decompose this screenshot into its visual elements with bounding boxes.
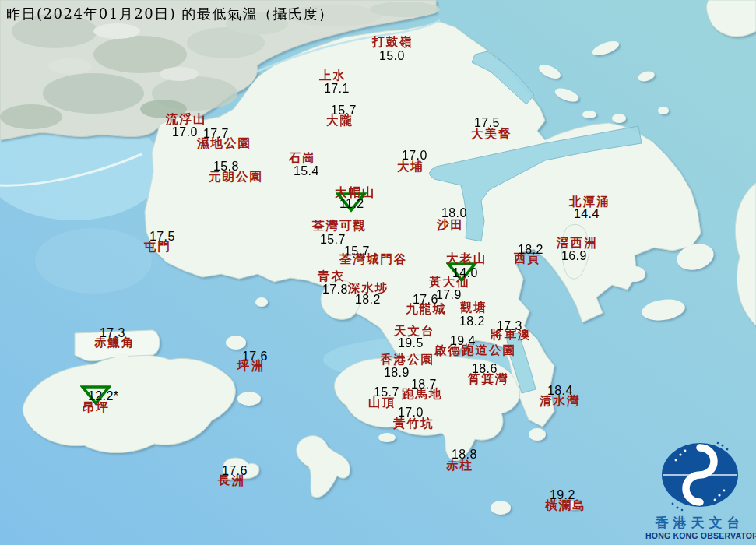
station-temp: 17.6 [222, 465, 248, 477]
hong-kong-basemap [0, 0, 756, 545]
station-name: 青衣 [318, 270, 345, 283]
station-temp: 15.8 [213, 160, 239, 173]
station-temp: 17.5 [474, 117, 500, 129]
station-temp: 17.6 [242, 350, 268, 363]
station-temp: 17.3 [497, 320, 522, 332]
station-name: 香港公園 [380, 353, 434, 366]
station-temp: 15.7 [320, 234, 346, 246]
station-name: 打鼓嶺 [372, 36, 413, 48]
station-temp: 19.2 [550, 489, 575, 501]
po-toi-island [491, 501, 511, 515]
ap-chau-island [582, 111, 596, 118]
station-temp: 15.7 [374, 386, 399, 399]
station-temp: 17.3 [100, 327, 125, 339]
station-temp: 17.7 [203, 128, 229, 140]
station-temp: 15.7 [344, 245, 370, 258]
station-name: 天文台 [394, 325, 435, 337]
station-temp: 14.4 [574, 208, 600, 220]
station-temp: 15.4 [294, 165, 319, 178]
tung-lung-island [529, 428, 546, 441]
station-name: 流浮山 [166, 113, 207, 125]
station-temp: 17.1 [324, 83, 350, 95]
station-temp: 17.0 [172, 126, 198, 139]
station-temp: 17.5 [149, 230, 175, 243]
station-name: 赤柱 [446, 459, 473, 472]
station-name: 荃灣可觀 [312, 220, 367, 232]
station-temp: 17.0 [398, 406, 424, 419]
station-name: 昂坪 [83, 401, 110, 413]
station-name: 大美督 [471, 128, 512, 140]
station-temp: 11.2 [339, 198, 364, 210]
hko-logo: 香港天文台 HONG KONG OBSERVATORY [645, 441, 754, 542]
ma-wan-island [255, 297, 268, 307]
station-name: 黃竹坑 [393, 417, 434, 430]
station-temp: 12.2* [88, 390, 118, 403]
station-name: 沙田 [437, 219, 464, 231]
station-temp: 18.2 [459, 315, 485, 328]
hko-logo-icon [657, 441, 743, 512]
peng-chau-island [226, 336, 246, 350]
station-temp: 18.8 [452, 448, 477, 461]
station-temp: 15.7 [331, 104, 357, 117]
station-temp: 18.6 [472, 363, 498, 375]
station-temp: 15.0 [379, 50, 405, 62]
station-temp: 17.0 [402, 149, 427, 162]
station-temp: 18.7 [411, 378, 437, 391]
station-temp: 19.5 [398, 337, 424, 350]
station-temp: 16.9 [561, 250, 587, 262]
station-temp: 18.9 [384, 367, 410, 379]
station-name: 北潭涌 [569, 195, 610, 208]
hko-logo-english: HONG KONG OBSERVATORY [645, 531, 754, 542]
station-temp: 17.8 [322, 283, 348, 296]
page-title: 昨日(2024年01月20日) 的最低氣溫（攝氏度） [6, 5, 333, 23]
station-name: 石崗 [289, 152, 316, 164]
station-name: 滘西洲 [557, 237, 598, 249]
port-island [612, 114, 626, 123]
hko-min-temp-map: 昨日(2024年01月20日) 的最低氣溫（攝氏度） 打鼓嶺15.0上水17.1… [0, 0, 756, 545]
station-name: 大埔 [397, 160, 424, 173]
station-temp: 17.6 [413, 294, 438, 306]
hko-logo-chinese: 香港天文台 [645, 515, 754, 531]
station-name: 上水 [319, 69, 346, 82]
station-temp: 19.4 [450, 335, 476, 347]
hei-ling-chau-island [237, 392, 261, 406]
station-temp: 18.0 [441, 207, 467, 220]
station-name: 大老山 [446, 252, 487, 265]
ap-lei-chau-island [378, 433, 396, 442]
station-temp: 14.0 [452, 267, 478, 280]
mirs-bay-island-3 [658, 107, 669, 114]
west-lantau-water [35, 228, 152, 294]
station-name: 觀塘 [460, 301, 487, 314]
station-temp: 18.2 [518, 244, 543, 256]
airport-link [115, 353, 128, 367]
jin-island [624, 266, 645, 282]
station-temp: 18.4 [547, 385, 573, 397]
station-temp: 17.9 [436, 289, 462, 301]
station-temp: 18.2 [355, 294, 381, 306]
